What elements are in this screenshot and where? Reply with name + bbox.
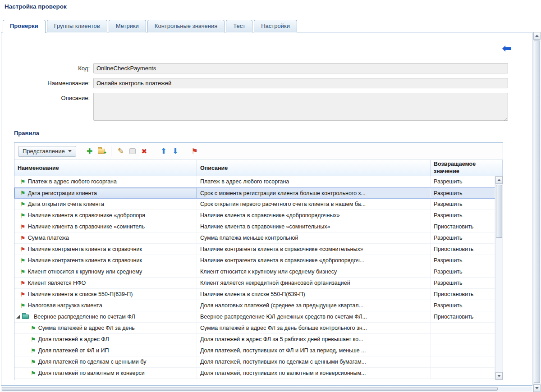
rule-description: Клиент является некредитной финансовой о… <box>200 278 350 288</box>
rule-name-cell: ⚑ Дата открытия счета клиента <box>14 199 197 210</box>
tab-label: Настройки <box>261 23 290 29</box>
triangle-down-icon <box>535 387 539 389</box>
tab[interactable]: Тест <box>226 20 252 32</box>
rule-name-cell: ⚑ Сумма платежей в адрес ФЛ за день <box>14 323 197 333</box>
rule-name-cell: ⚑ Доля платежей по валютным и конверси <box>14 368 197 378</box>
tab[interactable]: Настройки <box>254 20 297 32</box>
rule-name: Наличие контрагента клиента в справочник <box>28 244 142 255</box>
rule-name-cell: ⚑ Сумма платежа <box>14 232 197 243</box>
tree-expander-icon[interactable] <box>16 315 20 319</box>
rule-name: Клиент относится к крупному или среднему <box>28 266 142 277</box>
rule-description-cell: Доля платежей, поступивших по валютным и… <box>197 368 431 378</box>
rule-return-value-cell: Приостановить <box>431 289 495 300</box>
page-vertical-scrollbar[interactable] <box>533 32 541 392</box>
rule-description: Доля налоговых платежей (среднее за пред… <box>200 300 363 311</box>
code-input[interactable] <box>93 63 508 73</box>
column-header-name[interactable]: Наименование <box>14 160 197 176</box>
rule-return-value: Разрешить <box>434 278 463 288</box>
scrollbar-thumb[interactable] <box>496 185 502 238</box>
table-row[interactable]: ⚑ Клиент является НФО Клиент является не… <box>14 278 503 289</box>
scrollbar-thumb[interactable] <box>534 41 540 383</box>
table-row[interactable]: ⚑ Доля платежей в адрес ФЛ Доля платежей… <box>14 334 503 345</box>
toolbar-separator <box>111 146 111 156</box>
name-input[interactable] <box>93 78 508 88</box>
rule-name-cell: ⚑ Доля платежей от ФЛ и ИП <box>14 345 197 356</box>
tab[interactable]: Контрольные значения <box>147 20 225 32</box>
grid-vertical-scrollbar[interactable] <box>495 176 503 380</box>
rule-name: Доля платежей по сделкам с ценными бу <box>38 356 147 367</box>
table-row[interactable]: ⚑ Доля платежей по валютным и конверси Д… <box>14 368 503 379</box>
table-row[interactable]: ⚑ Сумма платежа Сумма платежа меньше кон… <box>14 232 503 244</box>
table-row[interactable]: ⚑ Наличие клиента в списке 550-П(639-П) … <box>14 289 503 300</box>
flag-button[interactable]: ⚑ <box>189 146 201 157</box>
code-form-row: Код: <box>1 63 508 73</box>
edit-rule-button[interactable]: ✎ <box>115 146 127 157</box>
rule-return-value-cell: Разрешить <box>431 232 495 243</box>
rule-return-value: Приостановить <box>434 244 473 255</box>
rule-description: Веерное распределение ЮЛ денежных средст… <box>200 311 367 322</box>
rule-name-cell: ⚑ Наличие клиента в справочнике «добропо… <box>14 210 197 221</box>
view-dropdown-button[interactable]: Представление <box>18 146 76 157</box>
rule-return-value-cell <box>431 368 495 378</box>
rule-return-value: Приостановить <box>434 221 473 232</box>
flag-icon: ⚑ <box>192 147 198 155</box>
triangle-up-icon <box>497 179 501 181</box>
description-textarea[interactable] <box>93 93 508 121</box>
scroll-down-button[interactable] <box>495 372 503 380</box>
toolbar-separator <box>80 146 80 156</box>
rule-flag-icon: ⚑ <box>20 201 26 207</box>
rules-toolbar: Представление ✚ + ✎ ✖ ⬆ <box>14 143 503 160</box>
scroll-up-button[interactable] <box>533 32 541 40</box>
table-row[interactable]: ⚑ Клиент относится к крупному или средне… <box>14 266 503 278</box>
rule-return-value: Разрешить <box>434 199 463 210</box>
table-row[interactable]: ⚑ Дата открытия счета клиента Срок откры… <box>14 199 503 210</box>
scroll-up-button[interactable] <box>495 176 503 184</box>
column-header-return-value[interactable]: Возвращаемое значение <box>431 160 503 176</box>
rule-return-value-cell <box>431 334 495 345</box>
column-header-description[interactable]: Описание <box>197 160 431 176</box>
tab-label: Метрики <box>116 23 139 29</box>
scrollbar-thumb[interactable] <box>2 387 498 391</box>
tab[interactable]: Проверки <box>3 20 46 33</box>
table-row[interactable]: ⚑ Наличие контрагента клиента в справочн… <box>14 244 503 255</box>
horizontal-scrollbar[interactable] <box>1 387 532 392</box>
edit-group-button-disabled[interactable] <box>127 146 138 157</box>
table-row[interactable]: ⚑ Налоговая нагрузка клиента Доля налого… <box>14 300 503 311</box>
move-up-button[interactable]: ⬆ <box>158 146 170 157</box>
table-row[interactable]: ⚑ Наличие контрагента клиента в справочн… <box>14 255 503 266</box>
table-row[interactable]: ⚑ Сумма платежей в адрес ФЛ за день Сумм… <box>14 323 503 334</box>
rule-name: Сумма платежей в адрес ФЛ за день <box>38 323 135 333</box>
rule-return-value-cell <box>431 323 495 333</box>
rule-flag-icon: ⚑ <box>20 213 26 219</box>
table-row[interactable]: ⚑ Доля платежей по сделкам с ценными бу … <box>14 356 503 368</box>
back-arrow-icon[interactable]: ⬅ <box>502 42 512 54</box>
rule-description-cell: Веерное распределение ЮЛ денежных средст… <box>197 311 431 322</box>
rule-name-cell: ⚑ Наличие контрагента клиента в справочн… <box>14 244 197 255</box>
table-row[interactable]: ⚑ Наличие клиента в справочнике «добропо… <box>14 210 503 221</box>
table-row[interactable]: ⚑ Дата регистрации клиента Срок с момент… <box>14 187 503 199</box>
tab[interactable]: Группы клиентов <box>47 20 107 32</box>
triangle-down-icon <box>497 375 501 377</box>
rule-name-cell: ⚑ Доля платежей по сделкам с ценными бу <box>14 356 197 367</box>
rule-name: Клиент является НФО <box>28 278 86 288</box>
table-row[interactable]: ⚑ Платеж в адрес любого госоргана Платеж… <box>14 176 503 187</box>
rule-description: Срок с момента регистрации клиента больш… <box>200 188 366 198</box>
table-row[interactable]: Веерное распределение по счетам ФЛ Веерн… <box>14 311 503 323</box>
rule-description-cell: Сумма платежей в адрес ФЛ за день больше… <box>197 323 431 333</box>
rule-description-cell: Наличие клиента в справочнике «сомнитель… <box>197 221 431 232</box>
table-row[interactable]: ⚑ Наличие клиента в справочнике «сомните… <box>14 221 503 232</box>
code-label: Код: <box>1 63 90 72</box>
tab[interactable]: Метрики <box>109 20 146 32</box>
rule-flag-icon: ⚑ <box>31 337 36 342</box>
add-rule-button[interactable]: ✚ <box>84 146 96 157</box>
add-group-button[interactable]: + <box>96 146 107 157</box>
scroll-down-button[interactable] <box>533 384 541 392</box>
table-row[interactable]: ⚑ Доля платежей от ФЛ и ИП Доля платежей… <box>14 345 503 356</box>
move-down-button[interactable]: ⬇ <box>170 146 181 157</box>
rule-return-value-cell: Приостановить <box>431 244 495 255</box>
checks-content-panel: ⬅ Код: Наименование: Описание: Правила П… <box>1 32 532 386</box>
rule-return-value-cell: Приостановить <box>431 221 495 232</box>
rule-return-value: Разрешить <box>434 255 463 266</box>
delete-icon: ✖ <box>141 147 147 155</box>
delete-rule-button[interactable]: ✖ <box>138 146 150 157</box>
